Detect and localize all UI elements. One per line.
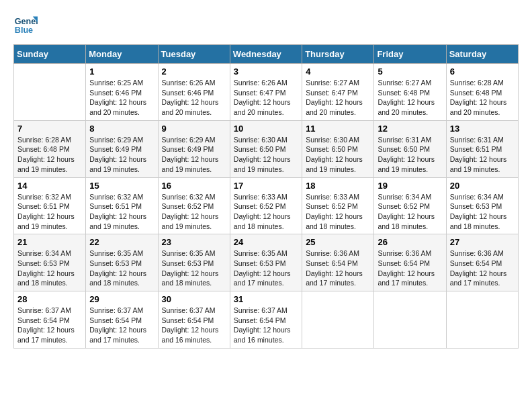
calendar-cell <box>446 291 518 349</box>
calendar-cell: 11Sunrise: 6:30 AM Sunset: 6:50 PM Dayli… <box>302 120 374 177</box>
day-info: Sunrise: 6:33 AM Sunset: 6:52 PM Dayligh… <box>234 192 298 232</box>
day-number: 25 <box>306 237 370 247</box>
day-info: Sunrise: 6:29 AM Sunset: 6:49 PM Dayligh… <box>162 135 226 175</box>
calendar-cell: 23Sunrise: 6:35 AM Sunset: 6:53 PM Dayli… <box>158 234 230 291</box>
day-number: 21 <box>17 237 82 247</box>
calendar-cell: 17Sunrise: 6:33 AM Sunset: 6:52 PM Dayli… <box>230 177 302 234</box>
day-info: Sunrise: 6:35 AM Sunset: 6:53 PM Dayligh… <box>89 248 154 288</box>
calendar-cell: 24Sunrise: 6:35 AM Sunset: 6:53 PM Dayli… <box>230 234 302 291</box>
calendar-cell: 5Sunrise: 6:27 AM Sunset: 6:48 PM Daylig… <box>374 64 446 121</box>
day-info: Sunrise: 6:27 AM Sunset: 6:47 PM Dayligh… <box>306 78 370 118</box>
day-number: 22 <box>89 237 154 247</box>
day-number: 10 <box>234 124 298 134</box>
calendar-cell: 13Sunrise: 6:31 AM Sunset: 6:51 PM Dayli… <box>446 120 518 177</box>
day-number: 30 <box>162 294 226 304</box>
calendar-cell: 26Sunrise: 6:36 AM Sunset: 6:54 PM Dayli… <box>374 234 446 291</box>
day-number: 3 <box>234 66 298 77</box>
day-number: 8 <box>89 124 154 134</box>
svg-text:Blue: Blue <box>15 26 33 35</box>
calendar-cell: 16Sunrise: 6:32 AM Sunset: 6:52 PM Dayli… <box>158 177 230 234</box>
day-info: Sunrise: 6:36 AM Sunset: 6:54 PM Dayligh… <box>306 248 370 288</box>
day-number: 11 <box>306 124 370 134</box>
day-number: 23 <box>162 237 226 247</box>
day-info: Sunrise: 6:28 AM Sunset: 6:48 PM Dayligh… <box>17 135 82 175</box>
calendar-cell <box>14 64 86 121</box>
page-header: General Blue <box>13 13 519 38</box>
day-info: Sunrise: 6:32 AM Sunset: 6:51 PM Dayligh… <box>17 192 82 232</box>
day-info: Sunrise: 6:30 AM Sunset: 6:50 PM Dayligh… <box>306 135 370 175</box>
logo: General Blue <box>13 13 40 38</box>
calendar-cell: 28Sunrise: 6:37 AM Sunset: 6:54 PM Dayli… <box>14 291 86 349</box>
day-number: 31 <box>234 294 298 304</box>
day-info: Sunrise: 6:26 AM Sunset: 6:46 PM Dayligh… <box>162 78 226 118</box>
day-number: 28 <box>17 294 82 304</box>
header-sunday: Sunday <box>14 45 86 64</box>
logo-icon: General Blue <box>13 13 38 38</box>
day-info: Sunrise: 6:36 AM Sunset: 6:54 PM Dayligh… <box>450 248 515 288</box>
day-number: 19 <box>378 181 442 191</box>
day-number: 2 <box>162 66 226 77</box>
week-row-2: 7Sunrise: 6:28 AM Sunset: 6:48 PM Daylig… <box>14 120 519 177</box>
day-info: Sunrise: 6:34 AM Sunset: 6:53 PM Dayligh… <box>17 248 82 288</box>
day-number: 14 <box>17 181 82 191</box>
day-number: 7 <box>17 124 82 134</box>
calendar-cell: 31Sunrise: 6:37 AM Sunset: 6:54 PM Dayli… <box>230 291 302 349</box>
calendar-cell: 8Sunrise: 6:29 AM Sunset: 6:49 PM Daylig… <box>86 120 158 177</box>
day-number: 17 <box>234 181 298 191</box>
day-number: 27 <box>450 237 515 247</box>
day-info: Sunrise: 6:31 AM Sunset: 6:50 PM Dayligh… <box>378 135 442 175</box>
header-monday: Monday <box>86 45 158 64</box>
calendar-cell: 1Sunrise: 6:25 AM Sunset: 6:46 PM Daylig… <box>86 64 158 121</box>
header-thursday: Thursday <box>302 45 374 64</box>
calendar-cell: 18Sunrise: 6:33 AM Sunset: 6:52 PM Dayli… <box>302 177 374 234</box>
day-info: Sunrise: 6:29 AM Sunset: 6:49 PM Dayligh… <box>89 135 154 175</box>
day-info: Sunrise: 6:37 AM Sunset: 6:54 PM Dayligh… <box>234 306 298 345</box>
day-info: Sunrise: 6:27 AM Sunset: 6:48 PM Dayligh… <box>378 78 442 118</box>
calendar-cell: 20Sunrise: 6:34 AM Sunset: 6:53 PM Dayli… <box>446 177 518 234</box>
header-friday: Friday <box>374 45 446 64</box>
day-info: Sunrise: 6:37 AM Sunset: 6:54 PM Dayligh… <box>89 306 154 345</box>
day-number: 12 <box>378 124 442 134</box>
day-number: 9 <box>162 124 226 134</box>
header-tuesday: Tuesday <box>158 45 230 64</box>
calendar-cell: 21Sunrise: 6:34 AM Sunset: 6:53 PM Dayli… <box>14 234 86 291</box>
day-info: Sunrise: 6:32 AM Sunset: 6:51 PM Dayligh… <box>89 192 154 232</box>
day-info: Sunrise: 6:26 AM Sunset: 6:47 PM Dayligh… <box>234 78 298 118</box>
day-number: 20 <box>450 181 515 191</box>
week-row-1: 1Sunrise: 6:25 AM Sunset: 6:46 PM Daylig… <box>14 64 519 121</box>
day-number: 26 <box>378 237 442 247</box>
calendar-cell: 4Sunrise: 6:27 AM Sunset: 6:47 PM Daylig… <box>302 64 374 121</box>
calendar-cell: 15Sunrise: 6:32 AM Sunset: 6:51 PM Dayli… <box>86 177 158 234</box>
day-info: Sunrise: 6:31 AM Sunset: 6:51 PM Dayligh… <box>450 135 515 175</box>
day-number: 1 <box>89 66 154 77</box>
day-number: 29 <box>89 294 154 304</box>
calendar-cell: 29Sunrise: 6:37 AM Sunset: 6:54 PM Dayli… <box>86 291 158 349</box>
day-info: Sunrise: 6:36 AM Sunset: 6:54 PM Dayligh… <box>378 248 442 288</box>
day-info: Sunrise: 6:35 AM Sunset: 6:53 PM Dayligh… <box>162 248 226 288</box>
day-number: 18 <box>306 181 370 191</box>
calendar-cell: 3Sunrise: 6:26 AM Sunset: 6:47 PM Daylig… <box>230 64 302 121</box>
day-number: 24 <box>234 237 298 247</box>
calendar-cell: 7Sunrise: 6:28 AM Sunset: 6:48 PM Daylig… <box>14 120 86 177</box>
calendar-cell: 22Sunrise: 6:35 AM Sunset: 6:53 PM Dayli… <box>86 234 158 291</box>
calendar-header-row: SundayMondayTuesdayWednesdayThursdayFrid… <box>14 45 519 64</box>
week-row-3: 14Sunrise: 6:32 AM Sunset: 6:51 PM Dayli… <box>14 177 519 234</box>
day-number: 13 <box>450 124 515 134</box>
header-saturday: Saturday <box>446 45 518 64</box>
calendar-cell <box>374 291 446 349</box>
calendar-cell: 10Sunrise: 6:30 AM Sunset: 6:50 PM Dayli… <box>230 120 302 177</box>
calendar-cell: 27Sunrise: 6:36 AM Sunset: 6:54 PM Dayli… <box>446 234 518 291</box>
day-info: Sunrise: 6:25 AM Sunset: 6:46 PM Dayligh… <box>89 78 154 118</box>
calendar-cell: 30Sunrise: 6:37 AM Sunset: 6:54 PM Dayli… <box>158 291 230 349</box>
day-number: 15 <box>89 181 154 191</box>
week-row-5: 28Sunrise: 6:37 AM Sunset: 6:54 PM Dayli… <box>14 291 519 349</box>
day-number: 4 <box>306 66 370 77</box>
day-info: Sunrise: 6:37 AM Sunset: 6:54 PM Dayligh… <box>162 306 226 345</box>
day-info: Sunrise: 6:30 AM Sunset: 6:50 PM Dayligh… <box>234 135 298 175</box>
day-info: Sunrise: 6:33 AM Sunset: 6:52 PM Dayligh… <box>306 192 370 232</box>
day-number: 5 <box>378 66 442 77</box>
calendar-cell: 9Sunrise: 6:29 AM Sunset: 6:49 PM Daylig… <box>158 120 230 177</box>
calendar-cell: 6Sunrise: 6:28 AM Sunset: 6:48 PM Daylig… <box>446 64 518 121</box>
calendar-cell: 25Sunrise: 6:36 AM Sunset: 6:54 PM Dayli… <box>302 234 374 291</box>
header-wednesday: Wednesday <box>230 45 302 64</box>
